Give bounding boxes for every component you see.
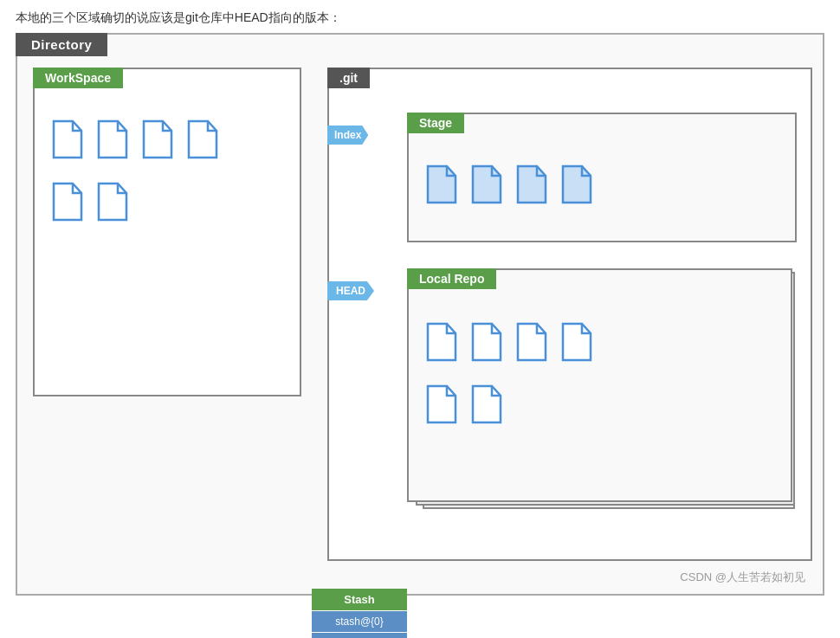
head-arrow: HEAD <box>327 281 374 300</box>
local-repo-files-row1 <box>409 306 791 362</box>
file-icon <box>50 182 83 222</box>
stash-title: Stash <box>312 589 407 610</box>
workspace-files-row2 <box>35 166 300 222</box>
local-repo-label: Local Repo <box>407 268 496 289</box>
local-repo-box: Local Repo <box>407 268 792 502</box>
local-repo-files-row2 <box>409 369 791 424</box>
stash-box: Stash stash@{0} stash@{1} ...... ...... … <box>312 589 407 638</box>
file-icon <box>95 182 128 222</box>
file-icon <box>514 322 547 362</box>
file-icon <box>559 164 592 204</box>
git-label: .git <box>327 68 370 88</box>
stash-item-1: stash@{1} <box>312 632 407 638</box>
index-label: Index <box>327 126 368 145</box>
file-icon <box>469 322 502 362</box>
file-icon <box>424 384 457 424</box>
file-icon <box>185 119 218 159</box>
file-icon <box>424 322 457 362</box>
workspace-label: WorkSpace <box>33 68 123 88</box>
stage-files-row <box>409 149 795 204</box>
file-icon <box>140 119 173 159</box>
watermark: CSDN @人生苦若如初见 <box>680 570 805 585</box>
stage-label: Stage <box>407 113 464 133</box>
main-diagram: Directory WorkSpace <box>16 33 824 596</box>
workspace-box: WorkSpace <box>33 68 301 396</box>
workspace-files-row1 <box>35 104 300 159</box>
local-repo-stack: Local Repo <box>407 268 797 528</box>
stage-box: Stage <box>407 113 797 242</box>
stash-item-0: stash@{0} <box>312 610 407 632</box>
file-icon <box>559 322 592 362</box>
file-icon <box>469 384 502 424</box>
head-label: HEAD <box>327 281 374 300</box>
file-icon <box>469 164 502 204</box>
index-arrow: Index <box>327 126 368 145</box>
file-icon <box>514 164 547 204</box>
directory-label: Directory <box>16 33 107 56</box>
git-box: .git Index Stage <box>327 68 812 561</box>
top-description: 本地的三个区域确切的说应该是git仓库中HEAD指向的版本： <box>0 0 840 33</box>
file-icon <box>95 119 128 159</box>
file-icon <box>50 119 83 159</box>
file-icon <box>424 164 457 204</box>
